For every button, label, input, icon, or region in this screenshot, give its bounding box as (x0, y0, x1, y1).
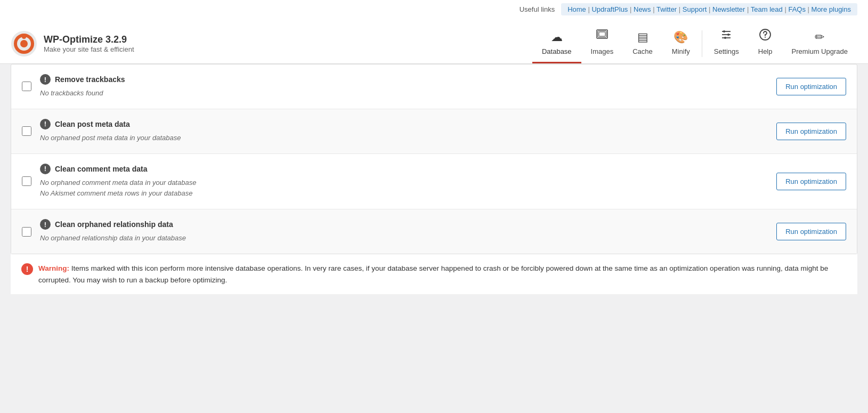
optimization-list: ! Remove trackbacks No trackbacks found … (11, 64, 857, 254)
opt-title-relationship: Clean orphaned relationship data (55, 220, 173, 229)
svg-point-3 (22, 35, 26, 39)
header: Useful links Home | UpdraftPlus | News |… (0, 0, 868, 64)
tab-images[interactable]: Images (581, 24, 623, 63)
tab-cache[interactable]: ▤ Cache (623, 26, 662, 63)
settings-icon (720, 28, 733, 44)
link-home[interactable]: Home (567, 5, 586, 13)
app-logo (11, 30, 37, 57)
tab-premium-label: Premium Upgrade (792, 47, 848, 55)
checkbox-post-meta[interactable] (22, 126, 31, 136)
useful-links-label: Useful links (520, 5, 555, 13)
tab-premium[interactable]: ✏ Premium Upgrade (782, 26, 858, 63)
opt-desc-post-meta: No orphaned post meta data in your datab… (40, 133, 768, 144)
opt-desc-comment-meta-2: No Akismet comment meta rows in your dat… (40, 188, 768, 199)
warning-icon-post-meta: ! (40, 119, 51, 129)
tab-cache-label: Cache (632, 47, 653, 55)
warning-body: Items marked with this icon perform more… (38, 264, 828, 284)
checkbox-relationship[interactable] (22, 227, 31, 237)
opt-row-relationship: ! Clean orphaned relationship data No or… (11, 209, 857, 254)
tab-settings[interactable]: Settings (704, 24, 749, 63)
svg-point-14 (765, 37, 766, 38)
tab-settings-label: Settings (714, 47, 739, 55)
checkbox-trackbacks[interactable] (22, 82, 31, 91)
tab-help[interactable]: Help (749, 24, 782, 63)
useful-links-list: Home | UpdraftPlus | News | Twitter | Su… (561, 3, 857, 15)
link-support[interactable]: Support (683, 5, 707, 13)
header-main: WP-Optimize 3.2.9 Make your site fast & … (0, 19, 868, 63)
link-newsletter[interactable]: Newsletter (712, 5, 745, 13)
tab-minify[interactable]: 🎨 Minify (662, 26, 700, 63)
opt-title-trackbacks: Remove trackbacks (55, 75, 125, 84)
opt-row-trackbacks: ! Remove trackbacks No trackbacks found … (11, 64, 857, 109)
warning-label: Warning: (38, 264, 69, 272)
useful-links-bar: Useful links Home | UpdraftPlus | News |… (0, 0, 868, 19)
link-faqs[interactable]: FAQs (788, 5, 806, 13)
nav-tabs: ☁ Database Images ▤ Cache 🎨 Minify (532, 24, 857, 63)
warning-icon-relationship: ! (40, 219, 51, 230)
run-btn-post-meta[interactable]: Run optimization (776, 123, 846, 140)
tab-database-label: Database (542, 47, 572, 55)
warning-circle-icon: ! (21, 263, 33, 275)
opt-info-post-meta: ! Clean post meta data No orphaned post … (40, 119, 768, 144)
svg-point-10 (723, 30, 725, 33)
app-tagline: Make your site fast & efficient (44, 45, 134, 53)
logo-area: WP-Optimize 3.2.9 Make your site fast & … (11, 30, 149, 57)
warning-footer: ! Warning: Items marked with this icon p… (11, 254, 857, 294)
warning-icon-comment-meta: ! (40, 164, 51, 174)
nav-separator (702, 30, 702, 57)
run-btn-trackbacks[interactable]: Run optimization (776, 78, 846, 95)
database-icon: ☁ (551, 30, 563, 44)
opt-row-post-meta: ! Clean post meta data No orphaned post … (11, 109, 857, 154)
tab-help-label: Help (758, 47, 773, 55)
app-name: WP-Optimize 3.2.9 (44, 34, 134, 45)
opt-title-post-meta: Clean post meta data (55, 120, 130, 128)
logo-text: WP-Optimize 3.2.9 Make your site fast & … (44, 34, 134, 53)
opt-info-comment-meta: ! Clean comment meta data No orphaned co… (40, 164, 768, 200)
opt-desc-comment-meta-1: No orphaned comment meta data in your da… (40, 177, 768, 189)
premium-icon: ✏ (815, 30, 824, 44)
tab-database[interactable]: ☁ Database (532, 26, 581, 63)
opt-info-relationship: ! Clean orphaned relationship data No or… (40, 219, 768, 244)
opt-row-comment-meta: ! Clean comment meta data No orphaned co… (11, 154, 857, 210)
checkbox-comment-meta[interactable] (22, 176, 31, 186)
run-btn-relationship[interactable]: Run optimization (776, 223, 846, 240)
link-more-plugins[interactable]: More plugins (812, 5, 851, 13)
tab-images-label: Images (591, 47, 614, 55)
help-icon (759, 28, 772, 44)
svg-rect-6 (599, 32, 605, 36)
tab-minify-label: Minify (672, 47, 690, 55)
opt-info-trackbacks: ! Remove trackbacks No trackbacks found (40, 74, 768, 99)
link-updraftplus[interactable]: UpdraftPlus (591, 5, 628, 13)
opt-desc-relationship: No orphaned relationship data in your da… (40, 233, 768, 244)
svg-point-2 (20, 40, 28, 47)
main-content: ! Remove trackbacks No trackbacks found … (0, 64, 868, 305)
link-news[interactable]: News (634, 5, 651, 13)
opt-desc-trackbacks: No trackbacks found (40, 88, 768, 99)
warning-icon-trackbacks: ! (40, 74, 51, 85)
minify-icon: 🎨 (674, 30, 688, 44)
svg-point-11 (727, 34, 729, 36)
images-icon (596, 28, 609, 44)
opt-title-comment-meta: Clean comment meta data (55, 165, 148, 173)
svg-point-12 (724, 37, 726, 39)
cache-icon: ▤ (637, 30, 648, 44)
link-twitter[interactable]: Twitter (656, 5, 677, 13)
run-btn-comment-meta[interactable]: Run optimization (776, 173, 846, 190)
link-teamlead[interactable]: Team lead (751, 5, 783, 13)
warning-text: Warning: Items marked with this icon per… (38, 263, 847, 286)
